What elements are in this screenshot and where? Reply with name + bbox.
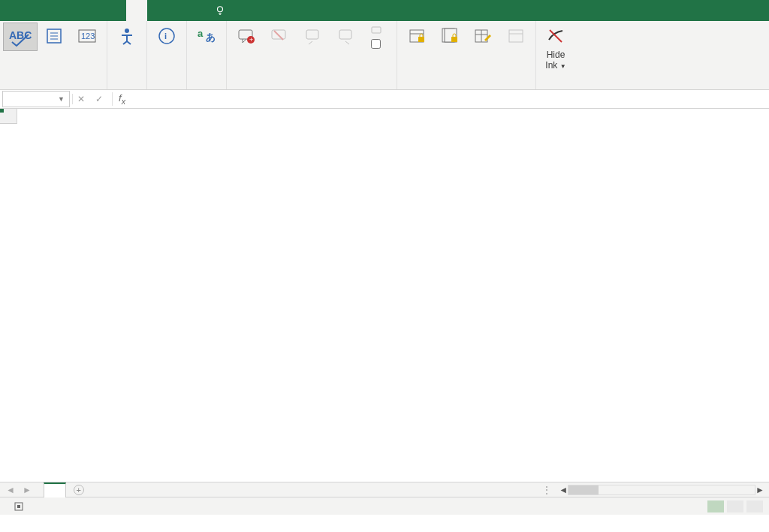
svg-rect-19 xyxy=(339,30,351,39)
hscroll-thumb[interactable] xyxy=(568,485,599,494)
next-comment-icon xyxy=(333,24,357,48)
svg-text:+: + xyxy=(249,36,253,44)
name-box[interactable]: ▼ xyxy=(2,91,70,107)
check-accessibility-button[interactable] xyxy=(110,23,143,50)
previous-comment-button[interactable] xyxy=(296,23,329,50)
page-layout-view-button[interactable] xyxy=(727,500,743,512)
ribbon-group-insights: i xyxy=(147,21,187,89)
formula-controls: ✕ ✓ xyxy=(72,94,107,104)
menu-insert[interactable] xyxy=(45,0,66,21)
delete-comment-button[interactable] xyxy=(263,23,296,50)
menu-file[interactable] xyxy=(0,0,24,21)
thesaurus-icon xyxy=(42,24,66,48)
select-all-corner[interactable] xyxy=(0,109,17,124)
menu-view[interactable] xyxy=(147,0,168,21)
unshare-icon xyxy=(504,24,528,48)
view-controls xyxy=(707,500,763,512)
show-all-checkbox[interactable] xyxy=(371,39,381,49)
svg-point-0 xyxy=(218,7,223,12)
protect-workbook-button[interactable] xyxy=(433,23,466,50)
menu-help[interactable] xyxy=(189,0,210,21)
hscroll-track[interactable] xyxy=(568,485,755,495)
ribbon-group-ink: HideInk ▼ xyxy=(536,21,575,89)
delete-comment-icon xyxy=(267,24,291,48)
proofing-group-label xyxy=(0,87,107,89)
sheet-nav: ◄ ► xyxy=(0,485,38,495)
workbook-stats-button[interactable]: 123 xyxy=(71,23,104,50)
allow-edit-icon xyxy=(471,24,495,48)
thesaurus-button[interactable] xyxy=(38,23,71,50)
new-comment-icon: + xyxy=(234,24,258,48)
ribbon: ABC 123 i xyxy=(0,21,769,90)
menu-data[interactable] xyxy=(105,0,126,21)
svg-rect-18 xyxy=(306,30,318,39)
tell-me-search[interactable] xyxy=(215,5,231,16)
column-headers xyxy=(17,109,769,124)
spreadsheet-grid[interactable] xyxy=(0,109,769,482)
showhide-comment-button[interactable] xyxy=(368,24,389,38)
scroll-right-icon[interactable]: ► xyxy=(755,485,764,495)
translate-button[interactable]: aあ xyxy=(190,23,223,50)
showhide-icon xyxy=(371,26,383,36)
svg-text:a: a xyxy=(198,28,204,39)
formula-bar: ▼ ✕ ✓ fx xyxy=(0,90,769,109)
insights-group-label xyxy=(147,87,186,89)
svg-rect-34 xyxy=(17,505,20,508)
svg-text:あ: あ xyxy=(206,32,216,43)
menu-developer[interactable] xyxy=(168,0,189,21)
page-break-view-button[interactable] xyxy=(746,500,763,512)
protect-group-label xyxy=(397,87,535,89)
show-all-comments-button[interactable] xyxy=(368,38,389,50)
sheet-tab-row: ◄ ► + ⋮ ◄ ► xyxy=(0,482,769,497)
menu-formulas[interactable] xyxy=(84,0,105,21)
menu-page-layout[interactable] xyxy=(66,0,84,21)
hide-ink-button[interactable]: HideInk ▼ xyxy=(539,23,572,71)
next-comment-button[interactable] xyxy=(329,23,362,50)
menu-review[interactable] xyxy=(126,0,147,21)
menu-home[interactable] xyxy=(24,0,45,21)
svg-line-17 xyxy=(274,31,283,40)
protect-sheet-button[interactable] xyxy=(400,23,433,50)
unshare-workbook-button[interactable] xyxy=(499,23,532,50)
ribbon-group-comments: + xyxy=(227,21,397,89)
menu-bar xyxy=(0,0,769,21)
translate-icon: aあ xyxy=(195,24,219,48)
cancel-icon[interactable]: ✕ xyxy=(77,94,85,104)
fx-icon[interactable]: fx xyxy=(112,92,131,106)
status-bar xyxy=(0,497,769,515)
spelling-button[interactable]: ABC xyxy=(3,23,38,51)
hide-ink-label: HideInk ▼ xyxy=(545,50,565,71)
smart-lookup-icon: i xyxy=(155,24,179,48)
confirm-icon[interactable]: ✓ xyxy=(95,94,103,104)
next-sheet-icon[interactable]: ► xyxy=(23,485,32,495)
horizontal-scroll: ⋮ ◄ ► xyxy=(84,485,769,495)
normal-view-button[interactable] xyxy=(707,500,724,512)
svg-rect-30 xyxy=(509,30,523,42)
ribbon-group-protect xyxy=(397,21,536,89)
new-comment-button[interactable]: + xyxy=(230,23,263,50)
ribbon-group-language: aあ xyxy=(187,21,227,89)
ribbon-group-accessibility xyxy=(107,21,147,89)
svg-point-8 xyxy=(125,29,129,33)
svg-rect-26 xyxy=(451,37,457,42)
lightbulb-icon xyxy=(215,5,225,16)
name-box-dropdown-icon[interactable]: ▼ xyxy=(58,95,65,103)
spelling-icon: ABC xyxy=(8,25,32,49)
ribbon-group-proofing: ABC 123 xyxy=(0,21,107,89)
sheet-tab-sheet1[interactable] xyxy=(44,482,66,497)
hide-ink-icon xyxy=(544,24,568,48)
workbook-stats-icon: 123 xyxy=(75,24,99,48)
comments-group-label xyxy=(227,87,397,89)
ink-group-label xyxy=(536,87,575,89)
macro-record-icon[interactable] xyxy=(14,501,24,512)
smart-lookup-button[interactable]: i xyxy=(150,23,183,50)
scroll-left-icon[interactable]: ◄ xyxy=(559,485,568,495)
svg-rect-20 xyxy=(372,27,381,33)
language-group-label xyxy=(187,87,226,89)
accessibility-group-label xyxy=(107,87,146,89)
allow-edit-ranges-button[interactable] xyxy=(466,23,499,50)
prev-sheet-icon[interactable]: ◄ xyxy=(6,485,15,495)
accessibility-icon xyxy=(115,24,139,48)
svg-rect-23 xyxy=(418,37,424,42)
add-sheet-button[interactable]: + xyxy=(74,485,84,495)
